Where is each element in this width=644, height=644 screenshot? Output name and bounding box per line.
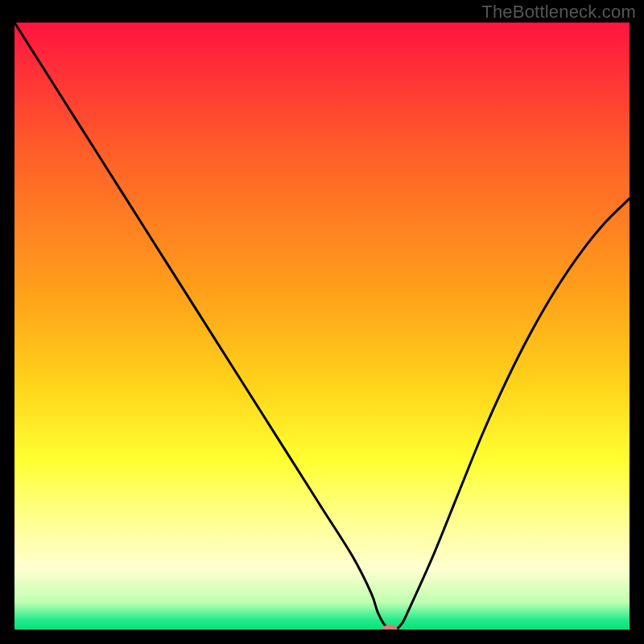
plot-area (14, 23, 630, 630)
chart-frame: TheBottleneck.com (0, 0, 644, 644)
watermark-text: TheBottleneck.com (481, 2, 636, 23)
gradient-rect (14, 23, 630, 630)
chart-svg (14, 23, 630, 630)
